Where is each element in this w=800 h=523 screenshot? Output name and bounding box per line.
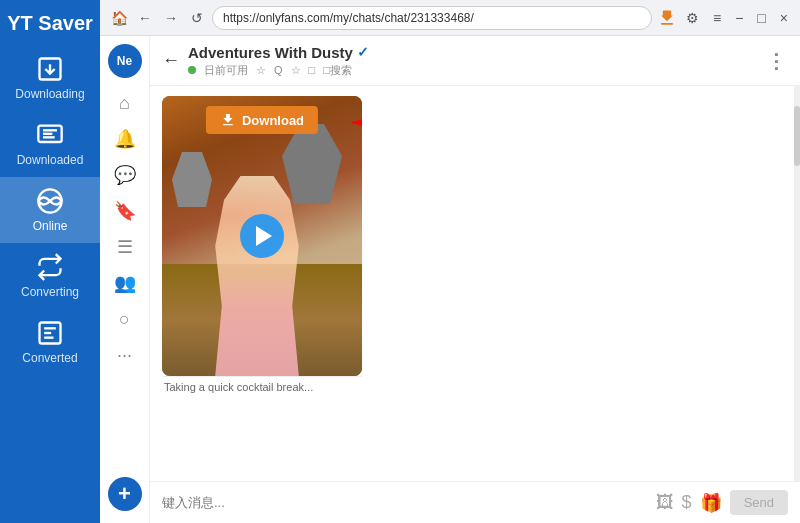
chat-input[interactable] [162, 495, 648, 510]
browser-content: Ne ⌂ 🔔 💬 🔖 ☰ 👥 ○ ··· + ← Adventures With… [100, 36, 800, 523]
chat-name: Adventures With Dusty ✓ [188, 44, 758, 61]
back-icon[interactable]: ← [134, 7, 156, 29]
chat-input-actions: 🖼 $ 🎁 [656, 492, 722, 514]
user-avatar[interactable]: Ne [108, 44, 142, 78]
of-users-icon[interactable]: 👥 [108, 266, 142, 300]
of-bookmark-icon[interactable]: 🔖 [108, 194, 142, 228]
chat-more-button[interactable]: ⋮ [766, 49, 788, 73]
play-button[interactable] [240, 214, 284, 258]
maximize-icon[interactable]: □ [753, 8, 769, 28]
image-icon[interactable]: 🖼 [656, 492, 674, 513]
search-label[interactable]: □搜索 [323, 63, 352, 78]
star-action[interactable]: ☆ [256, 64, 266, 77]
chat-title-area: Adventures With Dusty ✓ 日前可用 ☆ Q ☆ □ □搜索 [188, 44, 758, 78]
home-icon[interactable]: 🏠 [108, 7, 130, 29]
of-more-icon[interactable]: ··· [108, 338, 142, 372]
verified-badge: ✓ [357, 44, 369, 60]
sidebar-item-converting[interactable]: Converting [0, 243, 100, 309]
sidebar-item-downloaded[interactable]: Downloaded [0, 111, 100, 177]
menu-icon[interactable]: ≡ [709, 8, 725, 28]
of-circle-icon[interactable]: ○ [108, 302, 142, 336]
save-action[interactable]: □ [309, 64, 316, 76]
main-area: 🏠 ← → ↺ ⚙ ≡ − □ × Ne ⌂ 🔔 💬 🔖 ☰ [100, 0, 800, 523]
status-text[interactable]: 日前可用 [204, 63, 248, 78]
chat-scrollbar[interactable] [794, 86, 800, 481]
download-extension-icon[interactable] [656, 7, 678, 29]
chat-area: ← Adventures With Dusty ✓ 日前可用 ☆ Q ☆ □ □… [150, 36, 800, 523]
scrollbar-thumb[interactable] [794, 106, 800, 166]
of-add-button[interactable]: + [108, 477, 142, 511]
video-caption: Taking a quick cocktail break... [162, 376, 362, 397]
of-message-icon[interactable]: 💬 [108, 158, 142, 192]
search-action[interactable]: Q [274, 64, 283, 76]
chat-back-button[interactable]: ← [162, 50, 180, 71]
dollar-icon[interactable]: $ [682, 492, 692, 513]
forward-icon[interactable]: → [160, 7, 182, 29]
app-title: YT Saver [0, 0, 100, 45]
download-icon [220, 112, 236, 128]
chat-input-area: 🖼 $ 🎁 Send [150, 481, 800, 523]
of-home-icon[interactable]: ⌂ [108, 86, 142, 120]
minimize-icon[interactable]: − [731, 8, 747, 28]
url-input[interactable] [212, 6, 652, 30]
send-button[interactable]: Send [730, 490, 788, 515]
fav-action[interactable]: ☆ [291, 64, 301, 77]
message-list: Download [162, 96, 782, 397]
chat-input-row: 🖼 $ 🎁 Send [162, 490, 788, 515]
rock-shape [282, 124, 342, 204]
rock-shape-2 [172, 152, 212, 207]
online-status-dot [188, 66, 196, 74]
of-bell-icon[interactable]: 🔔 [108, 122, 142, 156]
window-controls: ⚙ ≡ − □ × [682, 8, 792, 28]
download-overlay-button[interactable]: Download [206, 106, 318, 134]
chat-messages[interactable]: Download [150, 86, 794, 481]
video-message: Download [162, 96, 782, 397]
gift-icon[interactable]: 🎁 [700, 492, 722, 514]
of-list-icon[interactable]: ☰ [108, 230, 142, 264]
sidebar-item-downloading[interactable]: Downloading [0, 45, 100, 111]
app-sidebar: YT Saver Downloading Downloaded Online [0, 0, 100, 523]
sidebar-item-converted[interactable]: Converted [0, 309, 100, 375]
settings-icon[interactable]: ⚙ [682, 8, 703, 28]
browser-topbar: 🏠 ← → ↺ ⚙ ≡ − □ × [100, 0, 800, 36]
refresh-icon[interactable]: ↺ [186, 7, 208, 29]
of-sidebar: Ne ⌂ 🔔 💬 🔖 ☰ 👥 ○ ··· + [100, 36, 150, 523]
chat-header: ← Adventures With Dusty ✓ 日前可用 ☆ Q ☆ □ □… [150, 36, 800, 86]
close-icon[interactable]: × [776, 8, 792, 28]
video-container[interactable]: Download [162, 96, 362, 376]
red-arrow-indicator [342, 100, 362, 145]
person-figure [202, 176, 312, 376]
sidebar-item-online[interactable]: Online [0, 177, 100, 243]
chat-scroll-area: Download [150, 86, 800, 481]
chat-status-bar: 日前可用 ☆ Q ☆ □ □搜索 [188, 63, 758, 78]
